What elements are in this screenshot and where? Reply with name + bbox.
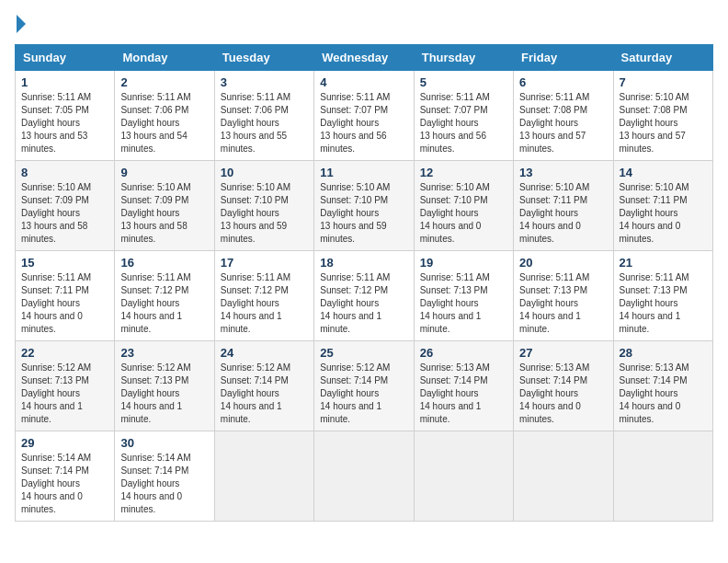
day-number: 19 xyxy=(420,256,507,270)
day-info: Sunrise: 5:11 AM Sunset: 7:11 PM Dayligh… xyxy=(21,271,108,336)
calendar-week-3: 15 Sunrise: 5:11 AM Sunset: 7:11 PM Dayl… xyxy=(16,251,713,341)
logo-arrow-icon xyxy=(17,15,26,33)
calendar-cell: 11 Sunrise: 5:10 AM Sunset: 7:10 PM Dayl… xyxy=(314,161,414,251)
day-number: 1 xyxy=(21,75,108,89)
calendar-cell: 8 Sunrise: 5:10 AM Sunset: 7:09 PM Dayli… xyxy=(16,161,115,251)
calendar-body: 1 Sunrise: 5:11 AM Sunset: 7:05 PM Dayli… xyxy=(16,71,713,522)
header-cell-sunday: Sunday xyxy=(16,45,115,71)
day-number: 27 xyxy=(519,346,607,360)
header-cell-saturday: Saturday xyxy=(613,45,712,71)
calendar-cell: 4 Sunrise: 5:11 AM Sunset: 7:07 PM Dayli… xyxy=(314,71,414,161)
calendar-cell: 10 Sunrise: 5:10 AM Sunset: 7:10 PM Dayl… xyxy=(214,161,313,251)
calendar-cell: 9 Sunrise: 5:10 AM Sunset: 7:09 PM Dayli… xyxy=(115,161,214,251)
day-number: 18 xyxy=(320,256,407,270)
header-cell-thursday: Thursday xyxy=(414,45,513,71)
calendar-cell xyxy=(214,431,313,522)
calendar-cell: 1 Sunrise: 5:11 AM Sunset: 7:05 PM Dayli… xyxy=(16,71,115,161)
day-number: 8 xyxy=(21,166,108,179)
header-cell-monday: Monday xyxy=(115,45,214,71)
calendar-week-1: 1 Sunrise: 5:11 AM Sunset: 7:05 PM Dayli… xyxy=(16,71,713,161)
day-number: 20 xyxy=(519,256,607,270)
day-info: Sunrise: 5:10 AM Sunset: 7:11 PM Dayligh… xyxy=(519,181,607,246)
calendar-cell: 5 Sunrise: 5:11 AM Sunset: 7:07 PM Dayli… xyxy=(414,71,513,161)
day-number: 25 xyxy=(320,346,407,360)
calendar-cell: 23 Sunrise: 5:12 AM Sunset: 7:13 PM Dayl… xyxy=(115,341,214,431)
calendar-cell: 12 Sunrise: 5:10 AM Sunset: 7:10 PM Dayl… xyxy=(414,161,513,251)
day-info: Sunrise: 5:11 AM Sunset: 7:06 PM Dayligh… xyxy=(221,91,308,155)
day-info: Sunrise: 5:14 AM Sunset: 7:14 PM Dayligh… xyxy=(120,452,208,516)
calendar-cell xyxy=(613,431,712,522)
day-info: Sunrise: 5:12 AM Sunset: 7:14 PM Dayligh… xyxy=(320,362,407,426)
day-number: 22 xyxy=(21,346,108,360)
calendar-cell: 25 Sunrise: 5:12 AM Sunset: 7:14 PM Dayl… xyxy=(314,341,414,431)
calendar-cell: 2 Sunrise: 5:11 AM Sunset: 7:06 PM Dayli… xyxy=(115,71,214,161)
day-number: 21 xyxy=(620,256,707,270)
day-number: 10 xyxy=(221,166,308,179)
day-info: Sunrise: 5:12 AM Sunset: 7:13 PM Dayligh… xyxy=(21,362,108,426)
day-info: Sunrise: 5:11 AM Sunset: 7:13 PM Dayligh… xyxy=(420,271,507,336)
day-number: 7 xyxy=(620,75,707,89)
day-number: 6 xyxy=(519,75,607,89)
day-info: Sunrise: 5:11 AM Sunset: 7:13 PM Dayligh… xyxy=(519,271,607,336)
calendar-cell: 19 Sunrise: 5:11 AM Sunset: 7:13 PM Dayl… xyxy=(414,251,513,341)
day-number: 5 xyxy=(420,75,507,89)
day-number: 16 xyxy=(120,256,208,270)
day-number: 3 xyxy=(221,75,308,89)
calendar-cell: 3 Sunrise: 5:11 AM Sunset: 7:06 PM Dayli… xyxy=(214,71,313,161)
calendar-cell: 21 Sunrise: 5:11 AM Sunset: 7:13 PM Dayl… xyxy=(613,251,712,341)
day-number: 15 xyxy=(21,256,108,270)
calendar-cell xyxy=(514,431,613,522)
day-number: 30 xyxy=(120,436,208,450)
day-number: 12 xyxy=(420,166,507,179)
day-number: 28 xyxy=(620,346,707,360)
day-number: 26 xyxy=(420,346,507,360)
day-info: Sunrise: 5:13 AM Sunset: 7:14 PM Dayligh… xyxy=(519,362,607,426)
day-number: 9 xyxy=(120,166,208,179)
calendar-cell xyxy=(314,431,414,522)
day-number: 17 xyxy=(221,256,308,270)
day-info: Sunrise: 5:12 AM Sunset: 7:13 PM Dayligh… xyxy=(120,362,208,426)
day-info: Sunrise: 5:14 AM Sunset: 7:14 PM Dayligh… xyxy=(21,452,108,516)
calendar-cell: 17 Sunrise: 5:11 AM Sunset: 7:12 PM Dayl… xyxy=(214,251,313,341)
calendar-cell: 27 Sunrise: 5:13 AM Sunset: 7:14 PM Dayl… xyxy=(514,341,613,431)
header-cell-tuesday: Tuesday xyxy=(214,45,313,71)
day-info: Sunrise: 5:10 AM Sunset: 7:09 PM Dayligh… xyxy=(120,181,208,246)
day-info: Sunrise: 5:13 AM Sunset: 7:14 PM Dayligh… xyxy=(620,362,707,426)
day-number: 13 xyxy=(519,166,607,179)
calendar-cell: 6 Sunrise: 5:11 AM Sunset: 7:08 PM Dayli… xyxy=(514,71,613,161)
calendar-cell: 7 Sunrise: 5:10 AM Sunset: 7:08 PM Dayli… xyxy=(613,71,712,161)
page-header xyxy=(15,15,713,33)
day-info: Sunrise: 5:10 AM Sunset: 7:10 PM Dayligh… xyxy=(420,181,507,246)
calendar-cell: 15 Sunrise: 5:11 AM Sunset: 7:11 PM Dayl… xyxy=(16,251,115,341)
day-number: 14 xyxy=(620,166,707,179)
day-info: Sunrise: 5:11 AM Sunset: 7:07 PM Dayligh… xyxy=(320,91,407,155)
calendar-week-2: 8 Sunrise: 5:10 AM Sunset: 7:09 PM Dayli… xyxy=(16,161,713,251)
calendar-cell: 20 Sunrise: 5:11 AM Sunset: 7:13 PM Dayl… xyxy=(514,251,613,341)
day-info: Sunrise: 5:11 AM Sunset: 7:08 PM Dayligh… xyxy=(519,91,607,155)
calendar-cell: 29 Sunrise: 5:14 AM Sunset: 7:14 PM Dayl… xyxy=(16,431,115,522)
calendar-header: SundayMondayTuesdayWednesdayThursdayFrid… xyxy=(16,45,713,71)
day-info: Sunrise: 5:11 AM Sunset: 7:12 PM Dayligh… xyxy=(120,271,208,336)
calendar-cell: 26 Sunrise: 5:13 AM Sunset: 7:14 PM Dayl… xyxy=(414,341,513,431)
day-info: Sunrise: 5:13 AM Sunset: 7:14 PM Dayligh… xyxy=(420,362,507,426)
day-info: Sunrise: 5:11 AM Sunset: 7:12 PM Dayligh… xyxy=(221,271,308,336)
logo xyxy=(15,15,26,33)
day-number: 2 xyxy=(120,75,208,89)
calendar-cell: 28 Sunrise: 5:13 AM Sunset: 7:14 PM Dayl… xyxy=(613,341,712,431)
day-info: Sunrise: 5:11 AM Sunset: 7:13 PM Dayligh… xyxy=(620,271,707,336)
calendar-cell xyxy=(414,431,513,522)
day-info: Sunrise: 5:10 AM Sunset: 7:10 PM Dayligh… xyxy=(221,181,308,246)
day-info: Sunrise: 5:12 AM Sunset: 7:14 PM Dayligh… xyxy=(221,362,308,426)
day-number: 29 xyxy=(21,436,108,450)
calendar-week-4: 22 Sunrise: 5:12 AM Sunset: 7:13 PM Dayl… xyxy=(16,341,713,431)
header-cell-wednesday: Wednesday xyxy=(314,45,414,71)
day-info: Sunrise: 5:11 AM Sunset: 7:07 PM Dayligh… xyxy=(420,91,507,155)
calendar-cell: 14 Sunrise: 5:10 AM Sunset: 7:11 PM Dayl… xyxy=(613,161,712,251)
calendar-cell: 18 Sunrise: 5:11 AM Sunset: 7:12 PM Dayl… xyxy=(314,251,414,341)
header-cell-friday: Friday xyxy=(514,45,613,71)
calendar-table: SundayMondayTuesdayWednesdayThursdayFrid… xyxy=(15,44,713,522)
calendar-cell: 22 Sunrise: 5:12 AM Sunset: 7:13 PM Dayl… xyxy=(16,341,115,431)
calendar-cell: 30 Sunrise: 5:14 AM Sunset: 7:14 PM Dayl… xyxy=(115,431,214,522)
header-row: SundayMondayTuesdayWednesdayThursdayFrid… xyxy=(16,45,713,71)
day-number: 4 xyxy=(320,75,407,89)
